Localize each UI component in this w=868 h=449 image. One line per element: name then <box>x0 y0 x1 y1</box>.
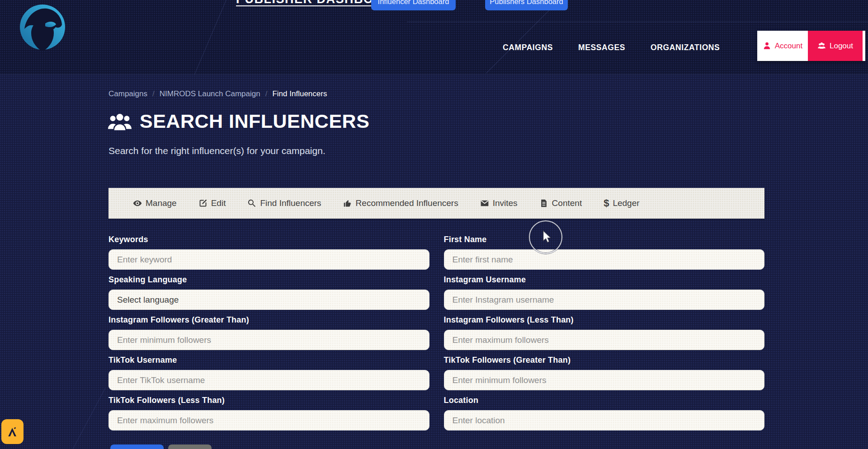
accessibility-widget-button[interactable] <box>1 419 24 444</box>
main-nav: CAMPAIGNS MESSAGES ORGANIZATIONS <box>503 40 720 55</box>
falcon-gamepad-logo-icon <box>19 4 66 51</box>
breadcrumb-campaign-name[interactable]: NIMRODS Launch Campaign <box>160 89 260 98</box>
logout-button[interactable]: Logout <box>808 31 863 61</box>
tab-manage[interactable]: Manage <box>133 198 177 208</box>
tiktok-followers-min-input[interactable] <box>444 370 765 390</box>
speaking-language-select[interactable] <box>108 290 429 310</box>
nav-organizations[interactable]: ORGANIZATIONS <box>651 43 720 52</box>
account-button[interactable]: Account <box>757 31 808 61</box>
keywords-input[interactable] <box>108 249 429 270</box>
tab-content-label: Content <box>552 198 582 208</box>
page-title: SEARCH INFLUENCERS <box>140 110 369 132</box>
decor-line <box>486 0 560 74</box>
instagram-username-input[interactable] <box>444 290 765 310</box>
tiktok-followers-greater-label: TikTok Followers (Greater Than) <box>444 355 765 365</box>
page-subtitle: Search for the right influencer(s) for y… <box>108 145 326 156</box>
tab-recommended-influencers-label: Recommended Influencers <box>356 198 458 208</box>
thumbs-up-icon <box>343 199 352 208</box>
breadcrumb-separator: / <box>265 89 268 98</box>
instagram-followers-less-label: Instagram Followers (Less Than) <box>444 315 765 325</box>
tab-edit-label: Edit <box>211 198 226 208</box>
eye-icon <box>133 199 142 208</box>
tiktok-followers-less-label: TikTok Followers (Less Than) <box>108 396 429 405</box>
location-label: Location <box>444 396 765 405</box>
first-name-label: First Name <box>444 235 765 244</box>
publisher-dashboard-page: { "header": { "publisher_dashboard_headi… <box>0 0 868 449</box>
logout-button-label: Logout <box>830 42 853 51</box>
location-input[interactable] <box>444 410 765 430</box>
influencer-dashboard-button-label: Influencer Dashboard <box>378 0 449 6</box>
tab-recommended-influencers[interactable]: Recommended Influencers <box>343 198 458 208</box>
edit-icon <box>198 199 208 208</box>
tab-content[interactable]: Content <box>539 198 582 208</box>
field-location: Location <box>444 396 765 430</box>
instagram-followers-min-input[interactable] <box>108 330 429 350</box>
decor-line <box>194 0 226 75</box>
breadcrumb-campaigns[interactable]: Campaigns <box>108 89 147 98</box>
page-title-row: SEARCH INFLUENCERS <box>108 110 369 132</box>
tab-find-influencers-label: Find Influencers <box>260 198 321 208</box>
document-icon <box>539 199 548 208</box>
influencer-dashboard-button[interactable]: Influencer Dashboard <box>371 0 456 10</box>
tiktok-followers-max-input[interactable] <box>108 410 429 430</box>
breadcrumb: Campaigns / NIMRODS Launch Campaign / Fi… <box>108 89 327 98</box>
tab-find-influencers[interactable]: Find Influencers <box>247 198 321 208</box>
field-speaking-language: Speaking Language <box>108 275 429 310</box>
campaign-tabbar: Manage Edit Find Influencers Recommended… <box>108 188 764 219</box>
breadcrumb-separator: / <box>152 89 155 98</box>
field-first-name: First Name <box>444 235 765 270</box>
tab-ledger[interactable]: $ Ledger <box>604 198 639 208</box>
decor-line <box>72 388 106 449</box>
submit-button-cutoff[interactable] <box>110 444 164 449</box>
field-instagram-followers-greater: Instagram Followers (Greater Than) <box>108 315 429 350</box>
field-tiktok-followers-less: TikTok Followers (Less Than) <box>108 396 429 430</box>
breadcrumb-current: Find Influencers <box>272 89 327 98</box>
envelope-icon <box>480 199 489 208</box>
decor-line <box>407 22 868 22</box>
users-group-icon <box>108 112 132 131</box>
instagram-username-label: Instagram Username <box>444 275 765 285</box>
field-keywords: Keywords <box>108 235 429 270</box>
tab-manage-label: Manage <box>146 198 177 208</box>
person-icon <box>763 42 771 50</box>
tab-invites-label: Invites <box>493 198 518 208</box>
tab-edit[interactable]: Edit <box>198 198 226 208</box>
tiktok-username-input[interactable] <box>108 370 429 390</box>
field-tiktok-username: TikTok Username <box>108 355 429 390</box>
app-header: PUBLISHER DASHBOARD Influencer Dashboard… <box>0 0 868 75</box>
brand-logo[interactable] <box>19 4 66 51</box>
publishers-dashboard-button[interactable]: Publishers Dashboard <box>485 0 568 10</box>
field-instagram-followers-less: Instagram Followers (Less Than) <box>444 315 765 350</box>
instagram-followers-max-input[interactable] <box>444 330 765 350</box>
users-icon <box>817 42 826 50</box>
field-tiktok-followers-greater: TikTok Followers (Greater Than) <box>444 355 765 390</box>
instagram-followers-greater-label: Instagram Followers (Greater Than) <box>108 315 429 325</box>
tab-invites[interactable]: Invites <box>480 198 518 208</box>
secondary-button-cutoff[interactable] <box>168 444 212 449</box>
speaking-language-label: Speaking Language <box>108 275 429 285</box>
influencer-search-form: Keywords First Name Speaking Language In… <box>108 235 764 436</box>
nav-messages[interactable]: MESSAGES <box>578 43 625 52</box>
keywords-label: Keywords <box>108 235 429 244</box>
first-name-input[interactable] <box>444 249 765 270</box>
accessibility-icon <box>6 425 19 439</box>
auth-button-group: Account Logout <box>757 31 865 61</box>
tiktok-username-label: TikTok Username <box>108 355 429 365</box>
search-icon <box>247 199 256 208</box>
account-button-label: Account <box>775 42 802 51</box>
field-instagram-username: Instagram Username <box>444 275 765 310</box>
nav-campaigns[interactable]: CAMPAIGNS <box>503 43 553 52</box>
tab-ledger-label: Ledger <box>613 198 639 208</box>
dollar-icon: $ <box>604 198 609 208</box>
publishers-dashboard-button-label: Publishers Dashboard <box>490 0 563 6</box>
